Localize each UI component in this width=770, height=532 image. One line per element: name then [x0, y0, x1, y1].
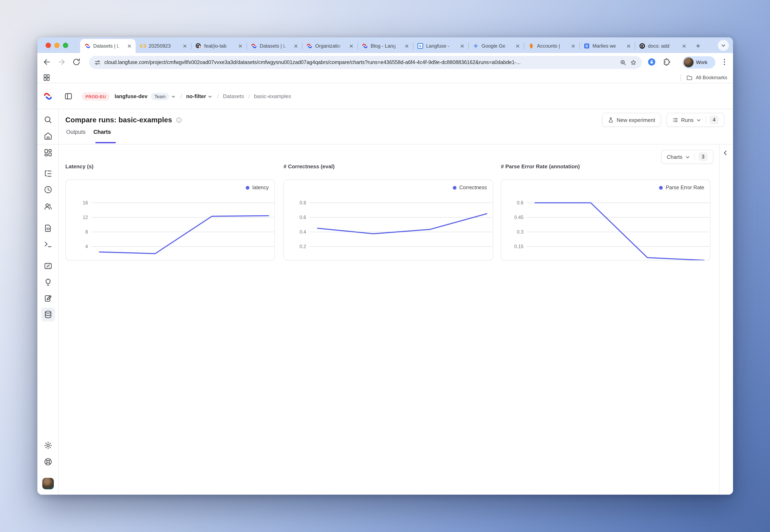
- sidebar-toggle-icon[interactable]: [64, 92, 73, 101]
- divider: [37, 144, 733, 144]
- url-text[interactable]: cloud.langfuse.com/project/cmfwgv8fx002o…: [104, 60, 616, 65]
- close-tab-icon[interactable]: ✕: [126, 43, 133, 49]
- browser-tab-10[interactable]: Marlies we✕: [580, 39, 635, 53]
- browser-tab-2[interactable]: 20250923✕: [135, 39, 191, 53]
- legend-label: latency: [253, 185, 269, 190]
- sessions-icon: [44, 185, 53, 194]
- new-experiment-label: New experiment: [617, 117, 655, 123]
- password-extension-icon[interactable]: [647, 57, 656, 67]
- reload-button[interactable]: [72, 57, 82, 67]
- charts-dropdown-button[interactable]: Charts 3: [661, 150, 713, 164]
- close-tab-icon[interactable]: ✕: [459, 43, 465, 49]
- line-chart: 0.80.60.40.2: [284, 180, 493, 261]
- charts-label: Charts: [667, 154, 683, 160]
- tab-title: feat(io-tab: [204, 43, 235, 49]
- browser-tab-1[interactable]: Datasets | L✕: [80, 39, 135, 53]
- close-tab-icon[interactable]: ✕: [181, 43, 188, 49]
- tab-search-button[interactable]: [718, 40, 729, 51]
- breadcrumb-dataset-name[interactable]: basic-examples: [254, 93, 291, 99]
- calendar-favicon-icon: 6: [417, 43, 424, 49]
- svg-text:0.2: 0.2: [300, 244, 306, 249]
- sidebar-item-prompts[interactable]: [44, 224, 53, 233]
- browser-tab-6[interactable]: Blog - Lang✕: [357, 39, 413, 53]
- apps-grid-icon[interactable]: [43, 73, 50, 81]
- close-tab-icon[interactable]: ✕: [570, 43, 576, 49]
- browser-tab-8[interactable]: Google Ge✕: [468, 39, 524, 53]
- sidebar-item-settings[interactable]: [44, 441, 53, 450]
- chevron-left-icon: [722, 149, 729, 156]
- langfuse-favicon-icon: [306, 43, 313, 49]
- user-avatar[interactable]: [42, 478, 54, 489]
- browser-toolbar: cloud.langfuse.com/project/cmfwgv8fx002o…: [37, 53, 733, 72]
- tab-outputs[interactable]: Outputs: [66, 129, 86, 140]
- runs-label: Runs: [681, 117, 694, 123]
- runs-dropdown-button[interactable]: Runs 4: [666, 113, 724, 127]
- close-window-button[interactable]: [46, 43, 51, 48]
- sidebar-item-playground[interactable]: [44, 240, 53, 249]
- active-tab-underline: [95, 142, 116, 143]
- chart-card[interactable]: 0.80.60.40.2Correctness: [284, 179, 493, 261]
- zoom-icon[interactable]: [620, 59, 627, 66]
- extensions-button[interactable]: [662, 57, 671, 67]
- window-controls: [46, 43, 68, 48]
- lock-icon: [647, 57, 656, 67]
- close-tab-icon[interactable]: ✕: [237, 43, 244, 49]
- close-tab-icon[interactable]: ✕: [348, 43, 355, 49]
- sidebar-item-annotation[interactable]: [44, 294, 53, 303]
- sidebar-item-support[interactable]: [44, 457, 53, 466]
- sidebar-item-home[interactable]: [44, 131, 53, 140]
- sidebar-item-users[interactable]: [44, 202, 53, 211]
- org-name[interactable]: langfuse-dev: [115, 93, 147, 99]
- tab-title: docs: add: [648, 43, 678, 49]
- browser-profile-button[interactable]: Work: [683, 56, 715, 69]
- breadcrumb-separator: /: [248, 93, 250, 100]
- forward-button[interactable]: [57, 57, 67, 67]
- browser-tab-7[interactable]: 6Langfuse -✕: [413, 39, 468, 53]
- search-icon: [44, 115, 53, 124]
- browser-tab-3[interactable]: feat(io-tab✕: [191, 39, 247, 53]
- close-tab-icon[interactable]: ✕: [625, 43, 632, 49]
- prompts-icon: [44, 224, 53, 233]
- bookmark-star-icon[interactable]: [630, 59, 637, 66]
- breadcrumb-datasets[interactable]: Datasets: [223, 93, 244, 99]
- sidebar-item-tracing[interactable]: [44, 169, 53, 178]
- chevron-down-icon[interactable]: [170, 93, 176, 99]
- sidebar-item-scores[interactable]: [44, 261, 53, 271]
- project-name[interactable]: no-filter: [186, 93, 206, 99]
- sidebar-item-search[interactable]: [44, 115, 53, 124]
- browser-tab-4[interactable]: Datasets | L✕: [247, 39, 302, 53]
- list-icon: [672, 117, 678, 123]
- tab-title: Blog - Lang: [371, 43, 401, 49]
- browser-tab-9[interactable]: Accounts |✕: [524, 39, 580, 53]
- chart-card[interactable]: 0.60.450.30.15Parse Error Rate: [501, 179, 710, 261]
- maximize-window-button[interactable]: [63, 43, 68, 48]
- url-bar[interactable]: cloud.langfuse.com/project/cmfwgv8fx002o…: [89, 56, 642, 69]
- tab-charts[interactable]: Charts: [93, 129, 111, 140]
- close-tab-icon[interactable]: ✕: [403, 43, 410, 49]
- new-tab-button[interactable]: +: [693, 41, 703, 51]
- sidebar-item-sessions[interactable]: [44, 185, 53, 194]
- new-experiment-button[interactable]: New experiment: [602, 113, 661, 127]
- close-tab-icon[interactable]: ✕: [514, 43, 521, 49]
- info-icon[interactable]: [176, 117, 182, 123]
- browser-tab-5[interactable]: Organizatio✕: [302, 39, 357, 53]
- close-tab-icon[interactable]: ✕: [681, 43, 687, 49]
- site-settings-icon[interactable]: [94, 59, 101, 66]
- legend-dot-icon: [453, 186, 456, 189]
- minimize-window-button[interactable]: [54, 43, 60, 48]
- svg-text:0.3: 0.3: [517, 229, 523, 235]
- sidebar-item-insights[interactable]: [44, 277, 53, 287]
- chart-card[interactable]: 161284latency: [65, 179, 275, 261]
- browser-tab-11[interactable]: docs: add✕: [635, 39, 690, 53]
- chevron-down-icon[interactable]: [207, 93, 213, 99]
- close-tab-icon[interactable]: ✕: [293, 43, 299, 49]
- collapse-panel-button[interactable]: [722, 149, 729, 156]
- svg-text:16: 16: [83, 200, 88, 205]
- chart-block-3: # Parse Error Rate (annotation)0.60.450.…: [501, 163, 710, 261]
- profile-label: Work: [696, 60, 708, 65]
- all-bookmarks-button[interactable]: All Bookmarks: [681, 72, 727, 83]
- sidebar-item-dashboards[interactable]: [44, 148, 53, 157]
- back-button[interactable]: [42, 57, 52, 67]
- browser-menu-button[interactable]: [720, 58, 729, 66]
- sidebar-item-datasets[interactable]: [44, 310, 53, 319]
